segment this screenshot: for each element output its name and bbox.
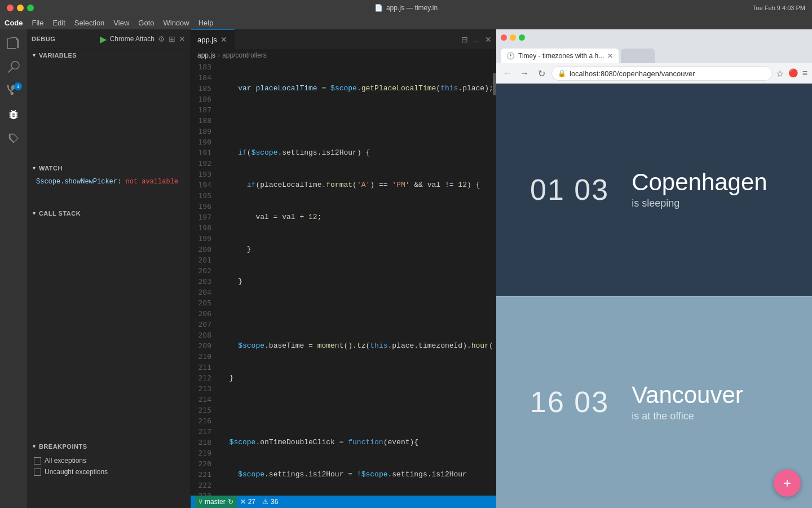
editor-content[interactable]: 183 184 185 186 187 188 189 190 191 192 …: [191, 62, 496, 496]
more-actions-icon[interactable]: …: [473, 35, 480, 44]
extension-icon[interactable]: 🔴: [788, 68, 798, 79]
address-bar[interactable]: 🔒 localhost:8080/copenhagen/vancouver: [551, 66, 773, 81]
callstack-arrow: ▼: [32, 211, 37, 216]
new-tab[interactable]: [621, 49, 655, 63]
breakpoints-title: BREAKPOINTS: [39, 443, 87, 450]
bookmark-icon[interactable]: ☆: [776, 68, 784, 79]
variables-header[interactable]: ▼ VARIABLES: [27, 49, 190, 62]
breakpoints-section: ▼ BREAKPOINTS All exceptions Uncaught ex…: [27, 440, 190, 508]
callstack-title: CALL STACK: [39, 210, 81, 217]
split-editor-icon[interactable]: ⊟: [461, 35, 468, 44]
variables-title: VARIABLES: [39, 52, 77, 59]
breakpoint-uncaught-exceptions[interactable]: Uncaught exceptions: [27, 466, 190, 478]
debug-header: DEBUG ▶ Chrome Attach ⚙ ⊞ ✕: [27, 29, 190, 49]
close-panel-button[interactable]: ✕: [179, 34, 186, 43]
window-title: 📄 app.js — timey.in: [374, 4, 438, 12]
breadcrumb-path[interactable]: app/controllers: [222, 51, 267, 59]
git-branch[interactable]: ⑂ master ↻: [195, 496, 237, 508]
settings-button[interactable]: ⚙: [158, 34, 165, 43]
breakpoints-arrow: ▼: [32, 444, 37, 449]
add-city-button[interactable]: +: [774, 470, 801, 497]
close-button[interactable]: [7, 5, 14, 11]
editor-tabs: app.js ✕ ⊟ … ✕: [191, 29, 496, 49]
tab-filename: app.js: [197, 36, 217, 44]
watch-title: WATCH: [39, 165, 63, 172]
breadcrumb-separator: ›: [218, 51, 220, 59]
datetime-display: Tue Feb 9 4:03 PM: [752, 5, 805, 11]
watch-content: $scope.showNewPicker: not available: [27, 174, 190, 189]
title-bar-right: Tue Feb 9 4:03 PM: [752, 5, 805, 11]
tab-app-js[interactable]: app.js ✕: [191, 29, 235, 49]
callstack-content: [27, 220, 190, 224]
menu-bar: Code File Edit Selection View Goto Windo…: [0, 16, 812, 29]
tab-favicon: 🕐: [506, 52, 515, 60]
warnings-count[interactable]: ⚠ 36: [259, 496, 281, 508]
callstack-header[interactable]: ▼ CALL STACK: [27, 207, 190, 220]
browser-close-button[interactable]: [501, 34, 507, 41]
variables-section: ▼ VARIABLES: [27, 49, 190, 162]
copenhagen-time: 01 03: [530, 173, 609, 207]
source-control-badge: 1: [14, 82, 22, 90]
watch-value: not available: [125, 178, 178, 186]
watch-header[interactable]: ▼ WATCH: [27, 162, 190, 174]
city-card-vancouver: 16 03 Vancouver is at the office +: [496, 296, 812, 509]
vancouver-status: is at the office: [632, 410, 743, 422]
tab-close-icon[interactable]: ✕: [220, 35, 227, 44]
watch-section: ▼ WATCH $scope.showNewPicker: not availa…: [27, 162, 190, 207]
breakpoints-header[interactable]: ▼ BREAKPOINTS: [27, 440, 190, 453]
minimize-button[interactable]: [17, 5, 24, 11]
browser-content: 01 03 Copenhagen is sleeping 16 03 Vanco…: [496, 84, 812, 508]
sync-icon: ↻: [228, 498, 233, 506]
browser-chrome-bar: [496, 29, 812, 45]
city-card-copenhagen: 01 03 Copenhagen is sleeping: [496, 84, 812, 296]
editor-area: app.js ✕ ⊟ … ✕ app.js › app/controllers …: [191, 29, 496, 508]
copenhagen-status: is sleeping: [632, 198, 767, 209]
uncaught-exceptions-label: Uncaught exceptions: [45, 468, 108, 476]
variables-content: [27, 62, 190, 66]
browser-fullscreen-button[interactable]: [519, 34, 525, 41]
continue-button[interactable]: ▶: [100, 34, 107, 45]
fullscreen-button[interactable]: [27, 5, 34, 11]
browser-nav-bar: ← → ↻ 🔒 localhost:8080/copenhagen/vancou…: [496, 63, 812, 84]
browser-traffic-lights: [501, 34, 525, 41]
breakpoint-all-exceptions[interactable]: All exceptions: [27, 455, 190, 466]
debug-panel: DEBUG ▶ Chrome Attach ⚙ ⊞ ✕ ▼ VARIABLES …: [27, 29, 191, 508]
browser-panel: 🕐 Timey - timezones with a h... ✕ ← → ↻ …: [496, 29, 812, 508]
browser-right-icons: ☆ 🔴 ≡: [776, 68, 807, 79]
search-icon[interactable]: [4, 58, 23, 77]
vancouver-info: Vancouver is at the office: [632, 382, 743, 422]
menu-view[interactable]: View: [113, 19, 129, 27]
watch-arrow: ▼: [32, 165, 37, 171]
menu-selection[interactable]: Selection: [74, 19, 104, 27]
all-exceptions-checkbox[interactable]: [34, 457, 41, 465]
plus-icon: +: [783, 475, 791, 491]
browser-minimize-button[interactable]: [510, 34, 516, 41]
menu-edit[interactable]: Edit: [52, 19, 65, 27]
main-area: 1 DEBUG ▶ Chrome Attach ⚙ ⊞ ✕ ▼ VARIABLE…: [0, 29, 812, 508]
forward-button[interactable]: →: [518, 68, 531, 78]
tab-close-button[interactable]: ✕: [607, 52, 613, 60]
close-editor-icon[interactable]: ✕: [485, 35, 492, 44]
activity-bar: 1: [0, 29, 27, 508]
breadcrumb-file[interactable]: app.js: [197, 51, 215, 59]
extensions-icon[interactable]: [4, 129, 23, 148]
uncaught-exceptions-checkbox[interactable]: [34, 468, 41, 476]
code-editor[interactable]: var placeLocalTime = $scope.getPlaceLoca…: [216, 62, 493, 496]
menu-code[interactable]: Code: [5, 19, 23, 27]
reload-button[interactable]: ↻: [535, 68, 548, 79]
back-button[interactable]: ←: [501, 68, 514, 78]
menu-goto[interactable]: Goto: [138, 19, 154, 27]
explorer-icon[interactable]: [4, 34, 23, 53]
menu-window[interactable]: Window: [163, 19, 189, 27]
warning-icon: ⚠: [262, 498, 268, 506]
title-bar: 📄 app.js — timey.in Tue Feb 9 4:03 PM: [0, 0, 812, 16]
source-control-icon[interactable]: 1: [4, 81, 23, 100]
browser-tab-timey[interactable]: 🕐 Timey - timezones with a h... ✕: [501, 49, 619, 63]
errors-count[interactable]: ✕ 27: [237, 496, 259, 508]
split-editor-button[interactable]: ⊞: [169, 34, 175, 43]
menu-file[interactable]: File: [32, 19, 44, 27]
git-icon: ⑂: [198, 498, 202, 506]
debug-icon[interactable]: [4, 105, 23, 124]
menu-help[interactable]: Help: [198, 19, 214, 27]
menu-icon[interactable]: ≡: [802, 68, 807, 79]
